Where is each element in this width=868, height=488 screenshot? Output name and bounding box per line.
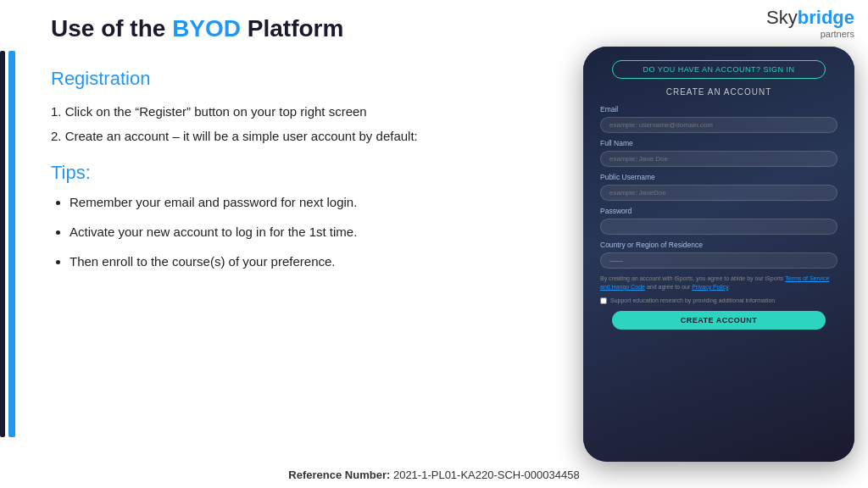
- list-item: Activate your new account to log in for …: [70, 222, 526, 241]
- title-prefix: Use of the: [51, 15, 172, 42]
- password-label: Password: [600, 207, 837, 215]
- email-input[interactable]: [600, 117, 837, 133]
- accent-bars: [0, 51, 15, 437]
- phone-mockup: DO YOU HAVE AN ACCOUNT? SIGN IN CREATE A…: [583, 47, 854, 462]
- fullname-group: Full Name: [600, 139, 837, 167]
- checkbox-row: Support education research by providing …: [600, 297, 837, 305]
- tips-list: Remember your email and password for nex…: [51, 192, 526, 272]
- password-input[interactable]: [600, 219, 837, 235]
- password-group: Password: [600, 207, 837, 235]
- terms-text: By creating an account with iSports, you…: [600, 274, 837, 291]
- logo-bridge: bridge: [798, 7, 854, 29]
- page-title: Use of the BYOD Platform: [51, 15, 343, 42]
- bar-dark: [0, 51, 5, 437]
- logo: Sky bridge partners: [766, 7, 854, 39]
- sign-in-button[interactable]: DO YOU HAVE AN ACCOUNT? SIGN IN: [612, 60, 826, 79]
- tips-heading: Tips:: [51, 162, 526, 184]
- left-content: Registration 1. Click on the “Register” …: [51, 68, 526, 281]
- step1-text: 1. Click on the “Register” button on you…: [51, 102, 526, 121]
- username-input[interactable]: [600, 185, 837, 201]
- reference-bar: Reference Number: 2021-1-PL01-KA220-SCH-…: [0, 469, 868, 481]
- registration-heading: Registration: [51, 68, 526, 90]
- privacy-link[interactable]: Privacy Policy: [692, 284, 728, 290]
- reference-value: 2021-1-PL01-KA220-SCH-000034458: [393, 469, 580, 481]
- phone-content: DO YOU HAVE AN ACCOUNT? SIGN IN CREATE A…: [583, 47, 854, 343]
- fullname-input[interactable]: [600, 151, 837, 167]
- country-label: Country or Region of Residence: [600, 241, 837, 249]
- country-select[interactable]: ------: [600, 252, 837, 269]
- checkbox-label: Support education research by providing …: [610, 297, 775, 305]
- username-label: Public Username: [600, 173, 837, 181]
- list-item: Then enroll to the course(s) of your pre…: [70, 252, 526, 271]
- country-group: Country or Region of Residence ------: [600, 241, 837, 269]
- fullname-label: Full Name: [600, 139, 837, 147]
- create-account-title: CREATE AN ACCOUNT: [666, 87, 772, 97]
- step2-text: 2. Create an account – it will be a simp…: [51, 126, 526, 146]
- create-account-button[interactable]: CREATE ACCOUNT: [612, 311, 826, 330]
- email-label: Email: [600, 105, 837, 114]
- title-highlight: BYOD: [172, 15, 241, 42]
- username-group: Public Username: [600, 173, 837, 201]
- logo-partners: partners: [766, 29, 854, 39]
- bar-blue: [8, 51, 15, 437]
- list-item: Remember your email and password for nex…: [70, 192, 526, 212]
- logo-sky: Sky: [766, 7, 798, 29]
- email-group: Email: [600, 105, 837, 133]
- support-research-checkbox[interactable]: [600, 297, 607, 304]
- title-suffix: Platform: [241, 15, 343, 42]
- reference-label: Reference Number:: [288, 469, 390, 481]
